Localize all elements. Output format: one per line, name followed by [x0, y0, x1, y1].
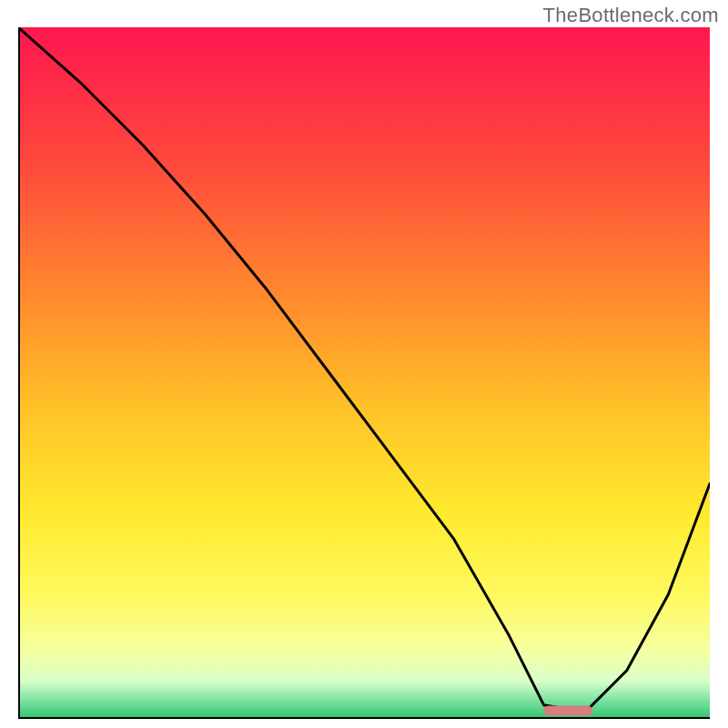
chart-container: TheBottleneck.com [0, 0, 728, 728]
watermark-text: TheBottleneck.com [543, 4, 719, 27]
chart-svg [18, 27, 710, 719]
gradient-background [18, 27, 710, 719]
plot-area [18, 27, 710, 719]
optimum-marker [544, 705, 592, 715]
